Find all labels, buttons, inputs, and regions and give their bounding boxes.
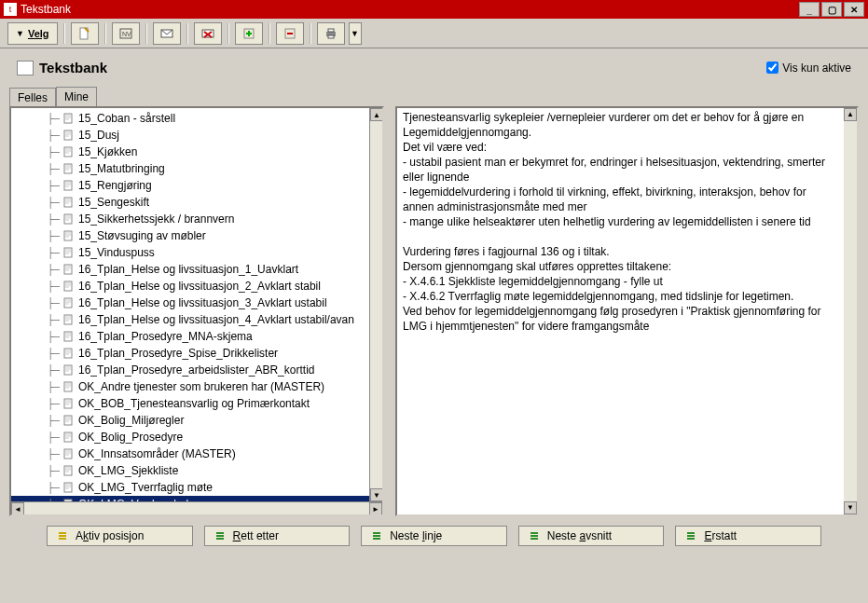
new-doc-icon [77,26,92,41]
tree-item-label: 15_Dusj [78,129,119,142]
document-icon [63,465,75,476]
svg-rect-19 [64,265,72,274]
tree-item[interactable]: ├─16_Tplan_Helse og livssituasjon_3_Avkl… [11,295,382,311]
tree-list[interactable]: ├─15_Coban - sårstell├─15_Dusj├─15_Kjøkk… [11,108,382,505]
velg-label: Velg [28,28,49,39]
tree-item[interactable]: ├─16_Tplan_Prosedyre_MNA-skjema [11,328,382,345]
tree-branch-icon: ├─ [39,415,60,427]
detail-line: Ved behov for legemiddelgjennomgang følg… [403,304,836,334]
tree-item[interactable]: ├─OK_Bolig_Miljøregler [11,412,382,429]
velg-button[interactable]: ▼ Velg [7,22,58,45]
tree-branch-icon: ├─ [39,314,60,326]
svg-rect-20 [64,281,72,291]
footer-button[interactable]: Neste avsnitt [518,526,665,546]
footer-button[interactable]: Aktiv posisjon [47,526,193,546]
tree-item-label: OK_BOB_Tjenesteansvarlig og Primærkontak… [78,397,310,410]
separator [104,23,106,44]
scroll-left-button[interactable]: ◄ [11,502,24,515]
tree-item[interactable]: ├─16_Tplan_Helse og livssituasjon_1_Uavk… [11,261,382,278]
new-doc-button[interactable] [71,22,99,45]
tree-branch-icon: ├─ [39,230,60,242]
tree-item[interactable]: ├─16_Tplan_Prosedyre_arbeidslister_ABR_k… [11,362,382,378]
vis-kun-aktive-checkbox[interactable]: Vis kun aktive [766,62,851,75]
close-button[interactable]: ✕ [844,2,864,17]
tree-item[interactable]: ├─16_Tplan_Prosedyre_Spise_Drikkelister [11,345,382,362]
tree-item-label: 16_Tplan_Helse og livssituasjon_4_Avklar… [78,313,354,326]
svg-rect-13 [64,164,72,173]
document-icon [63,482,75,493]
tree-item[interactable]: ├─15_Rengjøring [11,177,382,194]
mail-delete-button[interactable] [194,22,222,45]
tree-branch-icon: ├─ [39,465,60,477]
detail-line: - mange ulike helseaktører uten helhetli… [403,214,836,229]
scroll-down-button[interactable]: ▼ [370,488,383,501]
scroll-right-button[interactable]: ► [369,502,382,515]
scroll-track[interactable] [844,121,857,501]
svg-rect-26 [64,382,72,391]
page-header: Tekstbank Vis kun aktive [0,48,868,81]
document-icon [63,163,75,174]
tree-branch-icon: ├─ [39,348,60,360]
tree-item[interactable]: ├─OK_LMG_Tverrfaglig møte [11,479,382,496]
tree-item[interactable]: ├─OK_LMG_Sjekkliste [11,462,382,479]
svg-rect-15 [64,198,72,207]
mail-button[interactable] [153,22,181,45]
svg-rect-25 [64,365,72,375]
nv-button[interactable]: NV [112,22,140,45]
footer-actions: Aktiv posisjonRett etterNeste linjeNeste… [0,516,868,546]
tree-item-label: OK_Andre tjenester som brukeren har (MAS… [78,380,324,393]
scroll-down-button[interactable]: ▼ [844,501,857,514]
tree-item[interactable]: ├─OK_Bolig_Prosedyre [11,429,382,445]
remove-button[interactable] [276,22,304,45]
detail-vertical-scrollbar[interactable]: ▲ ▼ [844,108,857,514]
vis-kun-aktive-input[interactable] [766,62,778,74]
tree-item[interactable]: ├─15_Matutbringing [11,160,382,177]
svg-rect-31 [64,466,72,475]
svg-rect-27 [64,399,72,408]
tree-item[interactable]: ├─OK_Andre tjenester som brukeren har (M… [11,378,382,395]
tree-item[interactable]: ├─15_Kjøkken [11,144,382,160]
footer-button[interactable]: Neste linje [361,526,507,546]
tree-item-label: OK_Innsatsområder (MASTER) [78,447,236,460]
tree-item-label: 16_Tplan_Prosedyre_MNA-skjema [78,330,253,343]
footer-button[interactable]: Rett etter [204,526,351,546]
document-icon [63,364,75,376]
tree-item[interactable]: ├─16_Tplan_Helse og livssituasjon_4_Avkl… [11,311,382,328]
scroll-up-button[interactable]: ▲ [844,108,857,121]
svg-rect-10 [64,114,72,123]
maximize-button[interactable]: ▢ [821,2,842,17]
scroll-up-button[interactable]: ▲ [370,108,383,121]
tab-mine[interactable]: Mine [56,87,97,106]
tree-item[interactable]: ├─15_Sikkerhetssjekk / brannvern [11,211,382,227]
scroll-track[interactable] [24,502,369,514]
tree-vertical-scrollbar[interactable]: ▲ ▼ [369,108,382,501]
app-icon: t [4,3,17,16]
tree-horizontal-scrollbar[interactable]: ◄ ► [11,501,382,514]
tree-item[interactable]: ├─15_Dusj [11,127,382,144]
tree-item[interactable]: ├─OK_BOB_Tjenesteansvarlig og Primærkont… [11,395,382,412]
tree-item[interactable]: ├─16_Tplan_Helse og livssituasjon_2_Avkl… [11,278,382,295]
tree-item[interactable]: ├─15_Vinduspuss [11,244,382,261]
detail-text[interactable]: Tjenesteansvarlig sykepleier /vernepleie… [397,108,857,514]
detail-line: Tjenesteansvarlig sykepleier /vernepleie… [403,110,836,140]
document-icon [63,432,75,443]
svg-rect-30 [64,449,72,459]
print-dropdown[interactable]: ▼ [349,22,362,45]
tree-branch-icon: ├─ [39,297,60,309]
footer-button[interactable]: Erstatt [675,526,821,546]
mail-icon [159,26,174,41]
tree-item-label: 15_Matutbringing [78,162,165,175]
tab-felles[interactable]: Felles [9,88,56,107]
minus-icon [282,26,297,41]
tree-item[interactable]: ├─15_Sengeskift [11,194,382,211]
tree-item[interactable]: ├─OK_Innsatsområder (MASTER) [11,445,382,462]
add-button[interactable] [235,22,263,45]
scroll-track[interactable] [370,121,382,488]
minimize-button[interactable]: _ [799,2,820,17]
document-icon [63,331,75,342]
tree-item[interactable]: ├─15_Coban - sårstell [11,110,382,127]
svg-rect-32 [64,483,72,492]
print-button[interactable] [317,22,345,45]
tree-item-label: 15_Coban - sårstell [78,112,175,125]
tree-item[interactable]: ├─15_Støvsuging av møbler [11,227,382,244]
